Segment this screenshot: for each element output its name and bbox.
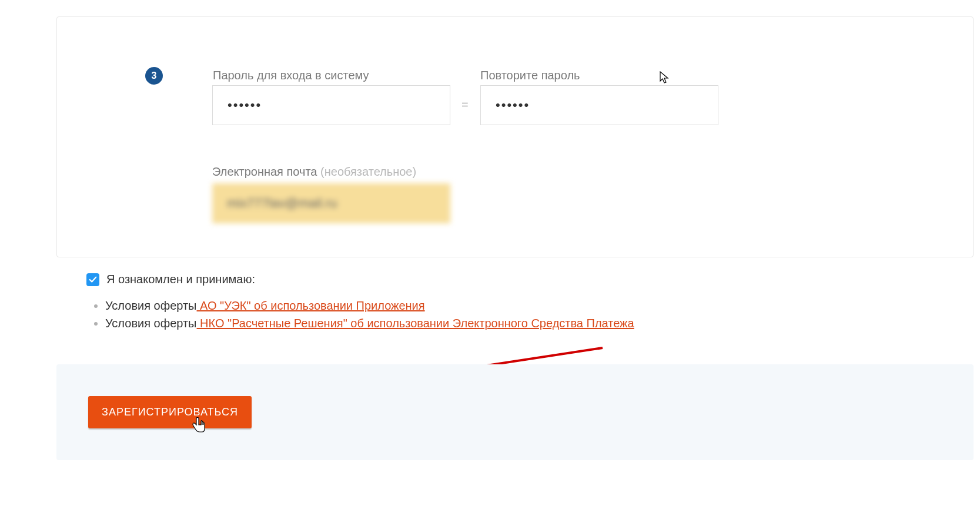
terms-prefix-2: Условия оферты <box>105 317 197 330</box>
list-item: Условия оферты НКО "Расчетные Решения" о… <box>105 314 909 332</box>
terms-link-uek[interactable]: АО "УЭК" об использовании Приложения <box>197 299 425 312</box>
email-input[interactable] <box>212 183 450 223</box>
terms-link-nko[interactable]: НКО "Расчетные Решения" об использовании… <box>197 317 634 330</box>
email-label-text: Электронная почта <box>212 165 317 178</box>
password-input[interactable] <box>212 85 450 125</box>
step-number: 3 <box>152 71 157 81</box>
list-item: Условия оферты АО "УЭК" об использовании… <box>105 297 909 314</box>
consent-row: Я ознакомлен и принимаю: <box>86 273 909 286</box>
check-icon <box>89 276 97 284</box>
register-button[interactable]: ЗАРЕГИСТРИРОВАТЬСЯ <box>88 396 252 428</box>
repeat-password-label: Повторите пароль <box>480 69 580 82</box>
password-label: Пароль для входа в систему <box>213 69 369 82</box>
email-label: Электронная почта (необязательное) <box>212 165 416 179</box>
consent-block: Я ознакомлен и принимаю: Условия оферты … <box>86 273 909 332</box>
email-optional-text: (необязательное) <box>320 165 416 178</box>
terms-prefix-1: Условия оферты <box>105 299 197 312</box>
terms-list: Условия оферты АО "УЭК" об использовании… <box>86 297 909 332</box>
equals-sign: = <box>461 98 469 112</box>
consent-checkbox[interactable] <box>86 273 99 286</box>
registration-panel: 3 Пароль для входа в систему = Повторите… <box>56 16 974 257</box>
cursor-arrow-icon <box>660 71 670 84</box>
repeat-password-input[interactable] <box>480 85 718 125</box>
step-badge: 3 <box>145 67 163 85</box>
consent-intro-text: Я ознакомлен и принимаю: <box>106 273 255 286</box>
